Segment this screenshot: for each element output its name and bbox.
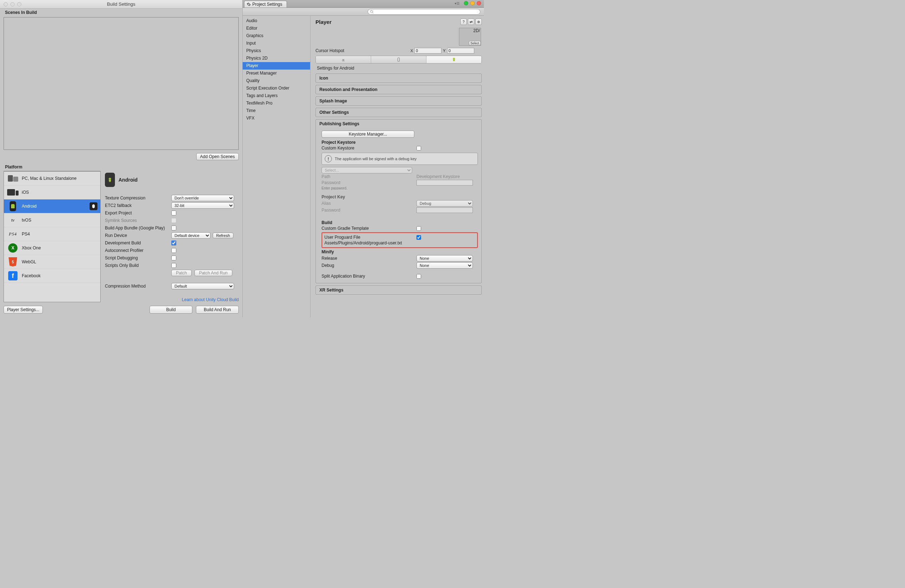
patch-run-button[interactable]: Patch And Run — [194, 270, 232, 276]
default-cursor-thumb[interactable]: 2D/ Select — [459, 28, 481, 46]
platform-webgl[interactable]: 5 WebGL — [4, 255, 100, 269]
aab-label: Build App Bundle (Google Play) — [105, 225, 171, 230]
foldout-publishing[interactable]: Publishing Settings — [316, 119, 481, 128]
tab-standalone[interactable] — [316, 56, 371, 63]
tab-android[interactable] — [426, 56, 481, 63]
platform-android[interactable]: Android — [4, 200, 100, 213]
scripts-only-checkbox[interactable] — [171, 263, 176, 268]
mac-yellow-icon[interactable] — [470, 1, 475, 5]
aab-checkbox[interactable] — [171, 225, 176, 230]
project-settings-tab[interactable]: Project Settings — [244, 1, 287, 8]
cat-physics[interactable]: Physics — [243, 47, 310, 55]
settings-for-android-label: Settings for Android — [316, 63, 482, 71]
project-key-label: Project Key — [322, 195, 478, 200]
cat-physics2d[interactable]: Physics 2D — [243, 55, 310, 62]
download-icon — [341, 57, 345, 62]
cat-tags[interactable]: Tags and Layers — [243, 92, 310, 100]
custom-keystore-checkbox[interactable] — [416, 146, 421, 151]
build-settings-window: Build Settings Scenes In Build Add Open … — [0, 0, 243, 317]
debug-key-info: ! The application will be signed with a … — [322, 153, 478, 165]
compression-select[interactable]: Default — [171, 283, 234, 289]
tab-ios[interactable] — [371, 56, 426, 63]
split-binary-checkbox[interactable] — [416, 274, 421, 279]
add-open-scenes-button[interactable]: Add Open Scenes — [196, 153, 239, 160]
custom-keystore-label: Custom Keystore — [322, 146, 416, 151]
settings-search-input[interactable] — [368, 9, 480, 14]
minimize-icon[interactable] — [10, 2, 14, 6]
settings-gear-button[interactable]: ✲ — [475, 19, 482, 25]
build-button[interactable]: Build — [149, 306, 192, 314]
cat-quality[interactable]: Quality — [243, 77, 310, 84]
cloud-build-link[interactable]: Learn about Unity Cloud Build — [182, 297, 239, 302]
proguard-highlight: User Proguard File Assets/Plugins/Androi… — [322, 232, 478, 248]
scenes-in-build-list[interactable] — [3, 17, 239, 150]
alias-password-input — [416, 207, 473, 213]
build-and-run-button[interactable]: Build And Run — [196, 306, 239, 314]
platform-tvos[interactable]: tv tvOS — [4, 213, 100, 227]
player-platform-tabs — [316, 55, 482, 63]
platform-label-text: PS4 — [22, 231, 30, 236]
cat-audio[interactable]: Audio — [243, 17, 310, 25]
platform-pc[interactable]: PC, Mac & Linux Standalone — [4, 172, 100, 185]
export-project-label: Export Project — [105, 211, 171, 216]
mac-red-icon[interactable] — [477, 1, 481, 5]
run-device-select[interactable]: Default device — [171, 232, 211, 239]
platform-label: Platform — [0, 163, 242, 171]
path-value: Development Keystore — [416, 174, 460, 179]
player-settings-button[interactable]: Player Settings... — [3, 306, 43, 314]
cursor-x-input[interactable] — [414, 48, 441, 54]
refresh-button[interactable]: Refresh — [213, 233, 233, 238]
cat-tmp[interactable]: TextMesh Pro — [243, 100, 310, 107]
cursor-y-input[interactable] — [447, 48, 474, 54]
dev-build-label: Development Build — [105, 241, 171, 246]
foldout-other[interactable]: Other Settings — [316, 108, 481, 117]
custom-gradle-checkbox[interactable] — [416, 226, 421, 231]
etc2-select[interactable]: 32-bit — [171, 202, 234, 209]
texture-compression-label: Texture Compression — [105, 195, 171, 201]
platform-ps4[interactable]: PS4 PS4 — [4, 227, 100, 241]
panel-menu-icon[interactable]: ▾☰ — [455, 2, 460, 5]
help-button[interactable]: ? — [460, 19, 467, 25]
platform-facebook[interactable]: f Facebook — [4, 269, 100, 283]
patch-button[interactable]: Patch — [171, 270, 192, 276]
cat-vfx[interactable]: VFX — [243, 114, 310, 122]
foldout-xr[interactable]: XR Settings — [316, 286, 481, 294]
cat-time[interactable]: Time — [243, 107, 310, 114]
zoom-icon[interactable] — [17, 2, 21, 6]
script-debug-label: Script Debugging — [105, 255, 171, 260]
export-project-checkbox[interactable] — [171, 211, 176, 216]
proguard-label: User Proguard File — [324, 235, 416, 240]
cat-player[interactable]: Player — [243, 62, 310, 70]
foldout-resolution[interactable]: Resolution and Presentation — [316, 85, 481, 94]
presets-button[interactable]: ⇄ — [468, 19, 474, 25]
cat-seo[interactable]: Script Execution Order — [243, 84, 310, 92]
select-cursor-button[interactable]: Select — [469, 41, 481, 45]
project-settings-window: Project Settings ▾☰ Audio Editor Graphic… — [243, 0, 484, 317]
keystore-manager-button[interactable]: Keystore Manager... — [322, 131, 414, 138]
cat-graphics[interactable]: Graphics — [243, 32, 310, 40]
debug-select[interactable]: None — [416, 262, 473, 269]
script-debug-checkbox[interactable] — [171, 255, 176, 260]
foldout-splash[interactable]: Splash Image — [316, 97, 481, 105]
platform-xbox[interactable]: X Xbox One — [4, 241, 100, 255]
platform-ios[interactable]: iOS — [4, 185, 100, 200]
mac-green-icon[interactable] — [464, 1, 468, 5]
android-icon — [105, 173, 115, 187]
password-placeholder: Enter password. — [322, 186, 478, 190]
split-binary-label: Split Application Binary — [322, 274, 416, 279]
foldout-icon[interactable]: Icon — [316, 74, 481, 82]
build-settings-title: Build Settings — [107, 2, 136, 7]
cat-editor[interactable]: Editor — [243, 25, 310, 32]
cat-preset[interactable]: Preset Manager — [243, 70, 310, 77]
info-icon: ! — [325, 155, 332, 162]
close-icon[interactable] — [3, 2, 8, 6]
build-section-label: Build — [322, 220, 478, 225]
custom-gradle-label: Custom Gradle Template — [322, 226, 416, 231]
release-select[interactable]: None — [416, 255, 473, 262]
dev-build-checkbox[interactable] — [171, 241, 176, 246]
texture-compression-select[interactable]: Don't override — [171, 195, 234, 201]
platform-label-text: iOS — [22, 190, 29, 195]
autoconnect-checkbox[interactable] — [171, 248, 176, 253]
cat-input[interactable]: Input — [243, 40, 310, 47]
proguard-checkbox[interactable] — [416, 235, 421, 240]
